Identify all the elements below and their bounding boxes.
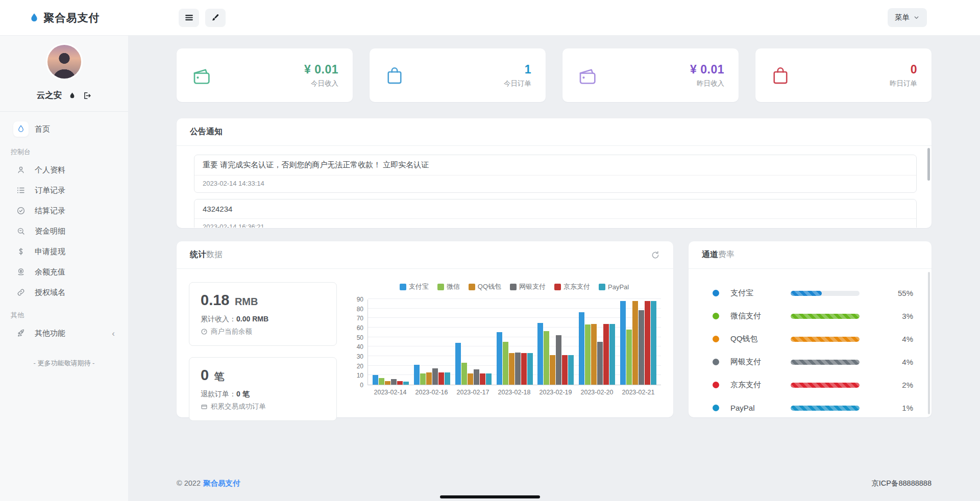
main-content: ¥ 0.01今日收入1今日订单¥ 0.01昨日收入0昨日订单 公告通知 重要 请… bbox=[128, 36, 980, 501]
bar bbox=[603, 324, 609, 385]
bar bbox=[385, 381, 390, 385]
bar bbox=[632, 301, 638, 385]
icp-number: 京ICP备88888888 bbox=[871, 479, 932, 488]
notice-text: 4324234 bbox=[194, 199, 916, 219]
bar bbox=[480, 373, 485, 385]
logout-icon[interactable] bbox=[83, 91, 91, 100]
refund-value: 0 bbox=[201, 367, 209, 383]
sidebar-item-home[interactable]: 首页 bbox=[0, 119, 128, 139]
wallet-icon bbox=[191, 65, 212, 86]
channel-row: PayPal1% bbox=[713, 396, 913, 419]
menu-button-label: 菜单 bbox=[895, 13, 910, 22]
legend-item[interactable]: 支付宝 bbox=[400, 282, 429, 291]
bar bbox=[503, 342, 508, 385]
bar bbox=[391, 379, 397, 385]
bar-group bbox=[370, 299, 411, 385]
copyright-text: © 2022 bbox=[177, 479, 201, 487]
bar bbox=[544, 331, 549, 385]
scrollbar-thumb[interactable] bbox=[927, 148, 930, 181]
notice-time: 2023-02-14 16:36:21 bbox=[194, 219, 916, 228]
theme-brush-button[interactable] bbox=[205, 9, 226, 27]
stat-card-yesterday-income: ¥ 0.01昨日收入 bbox=[562, 48, 739, 102]
avatar[interactable] bbox=[47, 45, 81, 79]
stat-value: ¥ 0.01 bbox=[304, 63, 338, 77]
bar bbox=[591, 324, 597, 385]
balance-value: 0.18 bbox=[201, 292, 229, 308]
drop-icon[interactable] bbox=[68, 92, 76, 99]
sidebar-item-profile[interactable]: 个人资料 bbox=[0, 160, 128, 180]
bar bbox=[651, 301, 656, 385]
stat-card-yesterday-orders: 0昨日订单 bbox=[755, 48, 932, 102]
chevron-left-icon: ‹ bbox=[112, 329, 115, 338]
notice-time: 2023-02-14 14:33:14 bbox=[194, 176, 916, 192]
channel-rate: 2% bbox=[902, 381, 913, 389]
sidebar-item-domains[interactable]: 授权域名 bbox=[0, 282, 128, 303]
list-icon bbox=[13, 183, 29, 198]
notice-text: 重要 请完成实名认证，否则您的商户无法正常收款！ 立即实名认证 bbox=[194, 155, 916, 176]
stat-value: 1 bbox=[504, 63, 531, 77]
channel-progress-bar bbox=[791, 291, 860, 296]
announcements-list[interactable]: 重要 请完成实名认证，否则您的商户无法正常收款！ 立即实名认证2023-02-1… bbox=[177, 146, 932, 228]
channel-rates-card: 通道 费率 支付宝55%微信支付3%QQ钱包4%网银支付4%京东支付2%PayP… bbox=[689, 241, 932, 417]
wallet-icon bbox=[577, 65, 598, 86]
bar bbox=[373, 375, 378, 385]
channel-dot bbox=[713, 405, 719, 411]
channel-rate: 55% bbox=[898, 289, 913, 297]
topbar: 聚合易支付 菜单 bbox=[0, 0, 980, 36]
bar bbox=[550, 355, 555, 385]
page-footer: © 2022聚合易支付 京ICP备88888888 bbox=[177, 479, 932, 488]
hamburger-icon bbox=[184, 13, 194, 22]
legend-item[interactable]: 网银支付 bbox=[510, 282, 546, 291]
bar bbox=[521, 353, 527, 385]
bar-group bbox=[618, 299, 659, 385]
bar bbox=[579, 312, 584, 385]
sidebar-divider bbox=[0, 111, 128, 112]
legend-item[interactable]: 京东支付 bbox=[554, 282, 590, 291]
bar bbox=[556, 335, 561, 385]
user-icon bbox=[13, 162, 29, 178]
sidebar-nav: 首页控制台个人资料订单记录结算记录资金明细申请提现余额充值授权域名其他其他功能‹ bbox=[0, 119, 128, 343]
channel-progress-bar bbox=[791, 314, 860, 319]
drop-icon bbox=[13, 121, 29, 137]
sidebar-item-orders[interactable]: 订单记录 bbox=[0, 180, 128, 201]
chart-plot-area bbox=[368, 299, 661, 385]
sidebar-item-other-features[interactable]: 其他功能‹ bbox=[0, 323, 128, 343]
channel-row: 微信支付3% bbox=[713, 305, 913, 328]
sidebar-footnote: - 更多功能敬请期待 - bbox=[0, 359, 128, 368]
sidebar-item-settlement[interactable]: 结算记录 bbox=[0, 201, 128, 221]
channel-name: 网银支付 bbox=[730, 357, 791, 367]
notice-item[interactable]: 重要 请完成实名认证，否则您的商户无法正常收款！ 立即实名认证2023-02-1… bbox=[194, 155, 917, 193]
notice-item[interactable]: 43242342023-02-14 16:36:21 bbox=[194, 199, 917, 228]
bar bbox=[562, 355, 568, 385]
link-icon bbox=[13, 285, 29, 300]
bar bbox=[379, 378, 384, 385]
legend-item[interactable]: 微信 bbox=[437, 282, 460, 291]
statistics-card: 统计 数据 0.18 RMB 累计收入：0.00 RMB bbox=[177, 241, 673, 417]
sidebar-section-label: 控制台 bbox=[0, 139, 128, 160]
bar bbox=[537, 323, 543, 385]
sidebar-item-funds[interactable]: 资金明细 bbox=[0, 221, 128, 241]
menu-button[interactable]: 菜单 bbox=[888, 8, 927, 27]
username: 云之安 bbox=[37, 90, 62, 101]
gauge-icon bbox=[201, 328, 208, 335]
sidebar-item-recharge[interactable]: 余额充值 bbox=[0, 262, 128, 282]
channel-name: PayPal bbox=[730, 404, 791, 412]
bar bbox=[609, 324, 615, 385]
footer-brand-link[interactable]: 聚合易支付 bbox=[203, 479, 240, 487]
sidebar-toggle-button[interactable] bbox=[179, 9, 199, 27]
bar bbox=[620, 301, 626, 385]
channel-progress-bar bbox=[791, 406, 860, 411]
channel-name: QQ钱包 bbox=[730, 334, 791, 344]
bar bbox=[626, 330, 632, 385]
logo-drop-icon bbox=[29, 12, 40, 23]
channel-name: 微信支付 bbox=[730, 311, 791, 321]
legend-item[interactable]: PayPal bbox=[599, 282, 629, 291]
sidebar-item-withdraw[interactable]: 申请提现 bbox=[0, 241, 128, 262]
refresh-icon[interactable] bbox=[651, 251, 660, 260]
stats-row: ¥ 0.01今日收入1今日订单¥ 0.01昨日收入0昨日订单 bbox=[177, 48, 932, 102]
bar-group bbox=[453, 299, 494, 385]
rocket-icon bbox=[13, 325, 29, 341]
legend-item[interactable]: QQ钱包 bbox=[469, 282, 501, 291]
channel-row: 京东支付2% bbox=[713, 373, 913, 396]
bar bbox=[414, 365, 420, 385]
